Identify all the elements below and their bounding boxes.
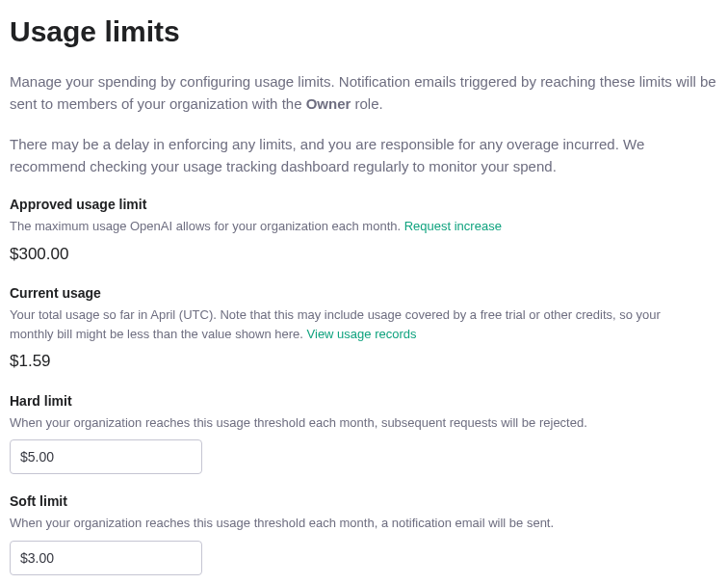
soft-limit-title: Soft limit [10, 491, 718, 512]
desc1-post: role. [351, 95, 382, 112]
current-usage-title: Current usage [10, 283, 718, 304]
hard-limit-input[interactable] [10, 439, 202, 474]
view-usage-records-link[interactable]: View usage records [307, 327, 417, 341]
hard-limit-title: Hard limit [10, 391, 718, 411]
approved-limit-subtext: The maximum usage OpenAI allows for your… [10, 219, 404, 233]
approved-limit-title: Approved usage limit [10, 195, 718, 215]
request-increase-link[interactable]: Request increase [404, 219, 502, 233]
description-paragraph-2: There may be a delay in enforcing any li… [10, 133, 718, 178]
hard-limit-subtitle: When your organization reaches this usag… [10, 413, 703, 433]
description-paragraph-1: Manage your spending by configuring usag… [10, 70, 718, 116]
soft-limit-section: Soft limit When your organization reache… [10, 491, 718, 575]
hard-limit-section: Hard limit When your organization reache… [10, 391, 718, 475]
soft-limit-subtitle: When your organization reaches this usag… [10, 514, 703, 533]
page-title: Usage limits [10, 10, 718, 53]
soft-limit-input[interactable] [10, 541, 202, 575]
approved-limit-value: $300.00 [10, 242, 718, 267]
approved-limit-section: Approved usage limit The maximum usage O… [10, 195, 718, 266]
current-usage-section: Current usage Your total usage so far in… [10, 283, 718, 374]
desc1-bold: Owner [306, 95, 351, 112]
current-usage-subtitle: Your total usage so far in April (UTC). … [10, 305, 703, 343]
current-usage-value: $1.59 [10, 349, 718, 374]
approved-limit-subtitle: The maximum usage OpenAI allows for your… [10, 217, 703, 236]
